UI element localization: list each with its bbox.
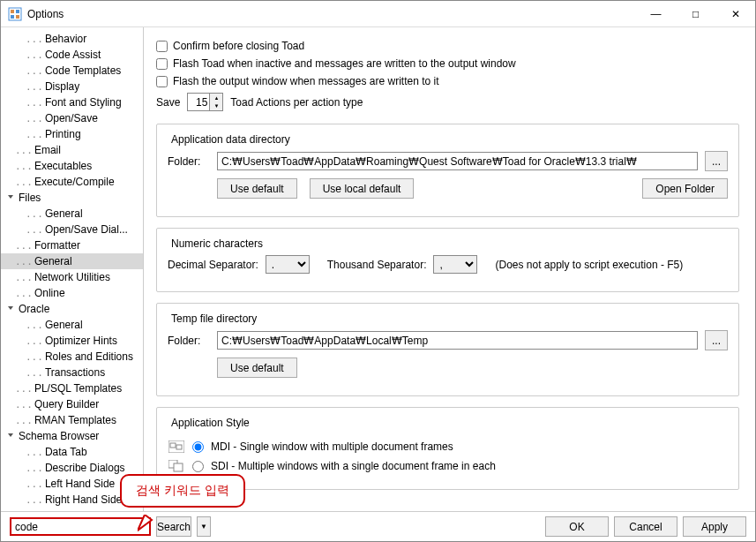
tree-item-online[interactable]: ... Online (1, 285, 143, 301)
tree-item-label: Display (43, 80, 79, 93)
flash-inactive-label: Flash Toad when inactive and messages ar… (173, 57, 516, 70)
tree-item-general[interactable]: ... General (1, 206, 143, 222)
tree-item-label: Formatter (33, 239, 80, 252)
tree-item-describe-dialogs[interactable]: ... Describe Dialogs (1, 460, 143, 476)
tree-item-optimizer-hints[interactable]: ... Optimizer Hints (1, 333, 143, 349)
save-value-input[interactable] (188, 94, 209, 110)
tree-toggle-icon[interactable] (4, 304, 17, 314)
tree-item-label: Roles and Editions (43, 350, 133, 363)
save-label: Save (156, 96, 180, 109)
spin-down-button[interactable]: ▼ (210, 102, 222, 111)
tree-item-label: Network Utilities (33, 271, 110, 283)
options-window: Options — □ ✕ ... Behavior... Code Assis… (0, 0, 756, 542)
tree-item-network-utilities[interactable]: ... Network Utilities (1, 269, 143, 285)
tree-item-label: Code Assist (43, 49, 101, 61)
thousand-separator-select[interactable]: , (433, 255, 477, 274)
tree-item-label: Schema Browser (17, 430, 99, 442)
flash-output-label: Flash the output window when messages ar… (173, 75, 439, 87)
mdi-row: MDI - Single window with multiple docume… (168, 440, 728, 454)
tree-item-open-save-dial-[interactable]: ... Open/Save Dial... (1, 222, 143, 237)
decimal-separator-select[interactable]: . (266, 255, 310, 274)
tree-item-label: Executables (33, 160, 92, 172)
tree-item-label: Email (33, 144, 61, 156)
temp-folder-input[interactable] (217, 331, 698, 350)
tree-item-transactions[interactable]: ... Transactions (1, 365, 143, 380)
appdata-browse-button[interactable]: ... (705, 151, 728, 171)
tree-toggle-icon[interactable] (4, 192, 17, 203)
save-suffix: Toad Actions per action type (230, 96, 363, 109)
tree-item-printing[interactable]: ... Printing (1, 126, 143, 142)
search-input[interactable] (10, 517, 151, 536)
tree-item-label: General (33, 255, 72, 267)
tree-item-roles-and-editions[interactable]: ... Roles and Editions (1, 349, 143, 365)
flash-inactive-row: Flash Toad when inactive and messages ar… (156, 57, 739, 70)
tree-item-label: Printing (43, 128, 81, 140)
tree-item-query-builder[interactable]: ... Query Builder (1, 396, 143, 412)
spin-up-button[interactable]: ▲ (210, 94, 222, 102)
maximize-button[interactable]: □ (676, 1, 715, 26)
appdata-open-folder-button[interactable]: Open Folder (642, 178, 728, 199)
tree-item-label: Open/Save Dial... (43, 223, 128, 236)
svg-rect-1 (11, 10, 14, 13)
close-button[interactable]: ✕ (715, 1, 755, 26)
svg-rect-4 (16, 15, 19, 19)
tree-item-general[interactable]: ... General (1, 253, 143, 269)
numeric-note: (Does not apply to script execution - F5… (495, 259, 683, 271)
tree-item-label: Transactions (43, 366, 105, 379)
tree-item-executables[interactable]: ... Executables (1, 158, 143, 174)
tree-item-code-templates[interactable]: ... Code Templates (1, 63, 143, 79)
tree-item-open-save[interactable]: ... Open/Save (1, 110, 143, 126)
temp-browse-button[interactable]: ... (705, 330, 728, 350)
tree-item-schema-browser[interactable]: Schema Browser (1, 428, 143, 444)
annotation-callout: 검색 키워드 입력 (120, 474, 245, 508)
tree-item-label: Left Hand Side (43, 478, 115, 490)
category-tree[interactable]: ... Behavior... Code Assist... Code Temp… (1, 27, 144, 511)
tree-item-data-tab[interactable]: ... Data Tab (1, 444, 143, 460)
temp-legend: Temp file directory (168, 312, 260, 325)
tree-item-oracle[interactable]: Oracle (1, 301, 143, 317)
appdata-folder-row: Folder: ... (168, 151, 728, 171)
flash-output-row: Flash the output window when messages ar… (156, 75, 739, 87)
tree-item-font-and-styling[interactable]: ... Font and Styling (1, 94, 143, 110)
tree-item-formatter[interactable]: ... Formatter (1, 237, 143, 253)
tree-item-behavior[interactable]: ... Behavior (1, 31, 143, 47)
tree-item-label: Describe Dialogs (43, 462, 125, 474)
minimize-button[interactable]: — (636, 1, 676, 26)
appdata-folder-input[interactable] (217, 152, 698, 170)
flash-output-checkbox[interactable] (156, 76, 168, 87)
tree-item-files[interactable]: Files (1, 190, 143, 206)
cancel-button[interactable]: Cancel (614, 516, 677, 537)
tree-item-label: Optimizer Hints (43, 335, 117, 347)
tree-item-label: General (43, 319, 83, 331)
tree-item-rman-templates[interactable]: ... RMAN Templates (1, 412, 143, 428)
appdata-folder-label: Folder: (168, 155, 210, 168)
temp-buttons-row: Use default (168, 358, 728, 378)
save-spinner: ▲ ▼ (187, 93, 223, 111)
temp-use-default-button[interactable]: Use default (217, 358, 297, 378)
tree-item-email[interactable]: ... Email (1, 142, 143, 158)
search-button[interactable]: Search (156, 516, 191, 537)
tree-item-display[interactable]: ... Display (1, 79, 143, 94)
sdi-radio[interactable] (192, 461, 204, 472)
save-row: Save ▲ ▼ Toad Actions per action type (156, 93, 739, 111)
tree-item-general[interactable]: ... General (1, 317, 143, 333)
spin-buttons: ▲ ▼ (209, 94, 222, 110)
tree-item-execute-compile[interactable]: ... Execute/Compile (1, 174, 143, 190)
apply-button[interactable]: Apply (683, 516, 746, 537)
temp-folder-label: Folder: (168, 335, 210, 347)
tree-item-pl-sql-templates[interactable]: ... PL/SQL Templates (1, 380, 143, 396)
svg-rect-7 (176, 445, 182, 449)
ok-button[interactable]: OK (545, 516, 609, 537)
search-dropdown-toggle[interactable]: ▼ (197, 516, 211, 537)
tree-item-code-assist[interactable]: ... Code Assist (1, 47, 143, 63)
flash-inactive-checkbox[interactable] (156, 58, 168, 70)
appdata-use-local-button[interactable]: Use local default (310, 178, 415, 199)
appdata-use-default-button[interactable]: Use default (217, 178, 297, 199)
tree-toggle-icon[interactable] (4, 431, 17, 441)
appdata-legend: Application data directory (168, 133, 294, 146)
sdi-label: SDI - Multiple windows with a single doc… (211, 460, 496, 472)
tree-item-label: PL/SQL Templates (33, 382, 122, 395)
appdata-directory-group: Application data directory Folder: ... U… (156, 124, 739, 217)
confirm-close-checkbox[interactable] (156, 41, 168, 52)
mdi-radio[interactable] (192, 441, 204, 453)
